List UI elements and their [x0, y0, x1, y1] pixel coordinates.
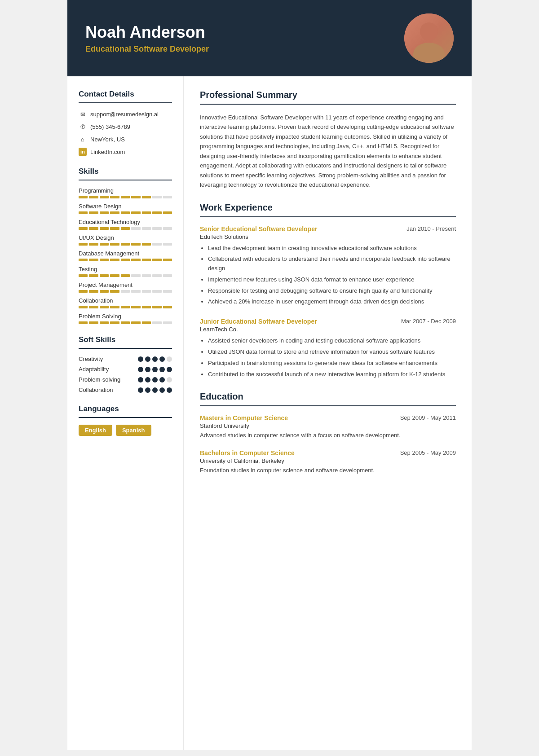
edu-bachelors-desc: Foundation studies in computer science a…: [200, 466, 456, 475]
edu-bachelors: Bachelors in Computer Science Sep 2005 -…: [200, 449, 456, 475]
skill-edu-tech-label: Educational Technology: [79, 219, 172, 225]
skill-testing-label: Testing: [79, 266, 172, 273]
skill-programming: Programming: [79, 187, 172, 198]
list-item: Utilized JSON data format to store and r…: [208, 347, 456, 357]
job-junior-dates: Mar 2007 - Dec 2009: [401, 318, 456, 325]
list-item: Contributed to the successful launch of …: [208, 370, 456, 379]
job-junior-header: Junior Educational Software Developer Ma…: [200, 318, 456, 325]
skill-database: Database Management: [79, 250, 172, 261]
skill-software-design-bar: [79, 211, 172, 214]
edu-bachelors-dates: Sep 2005 - May 2009: [400, 449, 456, 456]
skill-collaboration-label: Collaboration: [79, 297, 172, 304]
languages-title: Languages: [79, 404, 172, 413]
contact-email: ✉ support@resumedesign.ai: [79, 110, 172, 118]
edu-masters-school: Stanford University: [200, 422, 456, 429]
edu-bachelors-title: Bachelors in Computer Science: [200, 449, 295, 457]
list-item: Participated in brainstorming sessions t…: [208, 359, 456, 368]
skill-database-label: Database Management: [79, 250, 172, 257]
education-title: Education: [200, 391, 456, 402]
skill-project-mgmt-bar: [79, 290, 172, 293]
job-junior-bullets: Assisted senior developers in coding and…: [200, 336, 456, 379]
edu-bachelors-header: Bachelors in Computer Science Sep 2005 -…: [200, 449, 456, 457]
lang-spanish: Spanish: [116, 425, 151, 436]
contact-section-title: Contact Details: [79, 90, 172, 99]
job-senior: Senior Educational Software Developer Ja…: [200, 225, 456, 307]
soft-skill-adaptability: Adaptability: [79, 366, 172, 373]
soft-skill-collaboration-label: Collaboration: [79, 387, 113, 393]
skill-edu-tech: Educational Technology: [79, 219, 172, 230]
skill-software-design-label: Software Design: [79, 203, 172, 210]
job-senior-title: Senior Educational Software Developer: [200, 225, 317, 233]
skills-section: Skills Programming: [79, 167, 172, 324]
soft-skills-section: Soft Skills Creativity Adaptability: [79, 335, 172, 393]
soft-skills-title: Soft Skills: [79, 335, 172, 344]
list-item: Lead the development team in creating in…: [208, 244, 456, 253]
job-senior-company: EduTech Solutions: [200, 233, 456, 240]
contact-location: ⌂ NewYork, US: [79, 135, 172, 143]
skill-project-mgmt: Project Management: [79, 281, 172, 293]
soft-skill-problem-solving-dots: [138, 377, 172, 382]
skill-testing: Testing: [79, 266, 172, 277]
lang-english: English: [79, 425, 112, 436]
skill-problem-solving-bar: [79, 321, 172, 324]
soft-skill-creativity: Creativity: [79, 356, 172, 362]
list-item: Achieved a 20% increase in user engageme…: [208, 297, 456, 307]
summary-divider: [200, 104, 456, 105]
candidate-title: Educational Software Developer: [85, 44, 404, 54]
phone-icon: ✆: [79, 123, 87, 131]
job-senior-header: Senior Educational Software Developer Ja…: [200, 225, 456, 233]
soft-skill-creativity-label: Creativity: [79, 356, 103, 362]
skill-project-mgmt-label: Project Management: [79, 281, 172, 288]
list-item: Responsible for testing and debugging so…: [208, 286, 456, 296]
soft-skill-adaptability-dots: [138, 367, 172, 372]
summary-title: Professional Summary: [200, 90, 456, 100]
job-junior-company: LearnTech Co.: [200, 326, 456, 333]
edu-masters-title: Masters in Computer Science: [200, 414, 288, 422]
location-value: NewYork, US: [90, 136, 125, 143]
education-divider: [200, 405, 456, 406]
soft-skill-problem-solving-label: Problem-solving: [79, 376, 120, 383]
edu-bachelors-school: University of California, Berkeley: [200, 457, 456, 464]
job-junior: Junior Educational Software Developer Ma…: [200, 318, 456, 379]
skill-edu-tech-bar: [79, 227, 172, 230]
list-item: Assisted senior developers in coding and…: [208, 336, 456, 346]
candidate-name: Noah Anderson: [85, 23, 404, 42]
edu-masters-header: Masters in Computer Science Sep 2009 - M…: [200, 414, 456, 422]
contact-divider: [79, 102, 172, 103]
skill-database-bar: [79, 259, 172, 261]
list-item: Implemented new features using JSON data…: [208, 275, 456, 285]
contact-phone: ✆ (555) 345-6789: [79, 123, 172, 131]
email-value: support@resumedesign.ai: [90, 111, 159, 118]
skill-ui-ux-bar: [79, 243, 172, 246]
main-content: Professional Summary Innovative Educatio…: [184, 76, 472, 750]
skill-problem-solving: Problem Solving: [79, 313, 172, 324]
job-senior-bullets: Lead the development team in creating in…: [200, 244, 456, 307]
skills-divider: [79, 180, 172, 180]
sidebar: Contact Details ✉ support@resumedesign.a…: [67, 76, 184, 750]
edu-masters: Masters in Computer Science Sep 2009 - M…: [200, 414, 456, 440]
edu-masters-desc: Advanced studies in computer science wit…: [200, 431, 456, 440]
skill-programming-bar: [79, 196, 172, 198]
skill-problem-solving-label: Problem Solving: [79, 313, 172, 320]
resume-container: Noah Anderson Educational Software Devel…: [67, 0, 472, 750]
avatar-image: [404, 13, 454, 63]
soft-skill-collaboration-dots: [138, 387, 172, 393]
contact-section: Contact Details ✉ support@resumedesign.a…: [79, 90, 172, 156]
soft-skill-adaptability-label: Adaptability: [79, 366, 109, 373]
location-icon: ⌂: [79, 135, 87, 143]
skill-ui-ux: UI/UX Design: [79, 234, 172, 246]
soft-skills-divider: [79, 348, 172, 349]
linkedin-icon: in: [79, 148, 87, 156]
resume-header: Noah Anderson Educational Software Devel…: [67, 0, 472, 76]
job-junior-title: Junior Educational Software Developer: [200, 318, 317, 325]
soft-skill-creativity-dots: [138, 356, 172, 362]
skill-software-design: Software Design: [79, 203, 172, 214]
education-section: Education Masters in Computer Science Se…: [200, 391, 456, 475]
summary-text: Innovative Educational Software Develope…: [200, 113, 456, 190]
linkedin-value: LinkedIn.com: [90, 149, 125, 155]
experience-section: Work Experience Senior Educational Softw…: [200, 202, 456, 379]
resume-body: Contact Details ✉ support@resumedesign.a…: [67, 76, 472, 750]
skill-programming-label: Programming: [79, 187, 172, 194]
list-item: Collaborated with educators to understan…: [208, 255, 456, 273]
languages-section: Languages English Spanish: [79, 404, 172, 436]
